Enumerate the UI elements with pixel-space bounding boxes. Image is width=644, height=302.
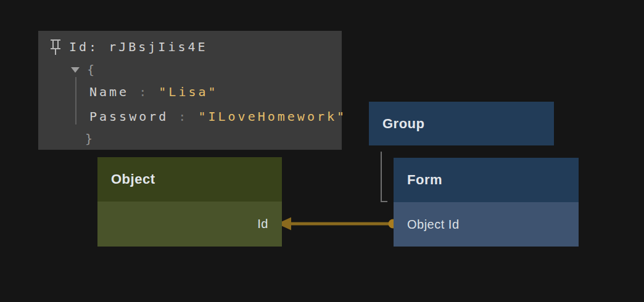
open-brace: { [87, 62, 97, 77]
object-id-connection[interactable] [277, 218, 398, 231]
port-object-id[interactable]: Object Id [394, 202, 579, 247]
json-key: Password [89, 109, 168, 124]
node-group[interactable]: Group [369, 102, 554, 145]
object-id-text: Id: rJBsjIis4E [69, 39, 208, 54]
close-brace: } [85, 131, 95, 146]
json-separator: : [168, 109, 198, 124]
json-value: "Lisa" [159, 84, 218, 99]
json-field-row: Password : "ILoveHomework" [89, 108, 342, 125]
group-form-hierarchy-connector [381, 152, 387, 202]
object-inspector-popup: Id: rJBsjIis4E { Name : "Lisa" Password … [38, 31, 342, 150]
json-separator: : [129, 84, 159, 99]
node-title: Group [369, 102, 554, 145]
json-key: Name [89, 84, 129, 99]
json-field-row: Name : "Lisa" [89, 83, 342, 100]
port-id[interactable]: Id [97, 202, 282, 247]
node-object[interactable]: Object Id [97, 157, 282, 247]
node-editor-canvas[interactable]: Id: rJBsjIis4E { Name : "Lisa" Password … [0, 0, 644, 302]
tree-indent-guide [75, 77, 76, 124]
node-title: Object [97, 157, 282, 202]
json-value: "ILoveHomework" [198, 109, 347, 124]
triangle-down-icon[interactable] [71, 67, 80, 73]
node-title: Form [394, 158, 579, 202]
pin-icon[interactable] [49, 38, 62, 55]
node-form[interactable]: Form Object Id [394, 158, 579, 247]
